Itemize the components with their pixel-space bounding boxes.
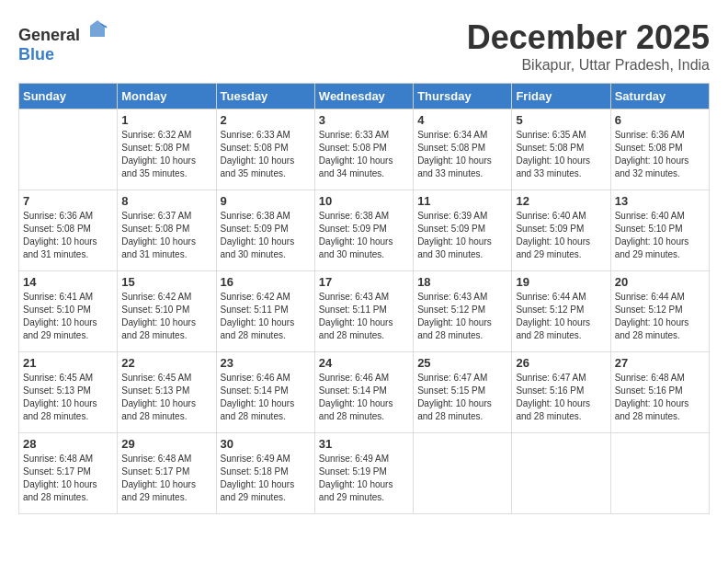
day-info: Sunrise: 6:46 AMSunset: 5:14 PMDaylight:…: [319, 372, 409, 423]
day-number: 21: [23, 356, 113, 370]
calendar-cell: 28Sunrise: 6:48 AMSunset: 5:17 PMDayligh…: [19, 433, 118, 514]
logo-icon: [86, 18, 108, 40]
day-number: 8: [121, 194, 211, 208]
day-number: 16: [221, 275, 311, 289]
calendar-cell: 22Sunrise: 6:45 AMSunset: 5:13 PMDayligh…: [118, 352, 216, 433]
day-info: Sunrise: 6:37 AMSunset: 5:08 PMDaylight:…: [121, 210, 211, 261]
calendar-cell: 5Sunrise: 6:35 AMSunset: 5:08 PMDaylight…: [512, 109, 610, 190]
day-number: 1: [121, 113, 211, 127]
calendar-cell: 26Sunrise: 6:47 AMSunset: 5:16 PMDayligh…: [512, 352, 610, 433]
calendar-cell: 7Sunrise: 6:36 AMSunset: 5:08 PMDaylight…: [19, 190, 118, 271]
calendar-cell: 13Sunrise: 6:40 AMSunset: 5:10 PMDayligh…: [610, 190, 709, 271]
calendar-cell: 10Sunrise: 6:38 AMSunset: 5:09 PMDayligh…: [314, 190, 413, 271]
day-info: Sunrise: 6:48 AMSunset: 5:17 PMDaylight:…: [23, 453, 113, 504]
weekday-header: Friday: [512, 84, 610, 109]
day-number: 13: [615, 194, 705, 208]
day-info: Sunrise: 6:33 AMSunset: 5:08 PMDaylight:…: [319, 129, 409, 180]
calendar-cell: 18Sunrise: 6:43 AMSunset: 5:12 PMDayligh…: [414, 271, 512, 352]
day-number: 18: [417, 275, 507, 289]
day-info: Sunrise: 6:38 AMSunset: 5:09 PMDaylight:…: [319, 210, 409, 261]
day-number: 19: [516, 275, 606, 289]
calendar-cell: [414, 433, 512, 514]
day-number: 30: [221, 437, 311, 451]
calendar-cell: 30Sunrise: 6:49 AMSunset: 5:18 PMDayligh…: [216, 433, 314, 514]
day-info: Sunrise: 6:45 AMSunset: 5:13 PMDaylight:…: [121, 372, 211, 423]
day-info: Sunrise: 6:40 AMSunset: 5:09 PMDaylight:…: [516, 210, 606, 261]
day-info: Sunrise: 6:46 AMSunset: 5:14 PMDaylight:…: [221, 372, 311, 423]
calendar-cell: 6Sunrise: 6:36 AMSunset: 5:08 PMDaylight…: [610, 109, 709, 190]
calendar-cell: [19, 109, 118, 190]
calendar-cell: 9Sunrise: 6:38 AMSunset: 5:09 PMDaylight…: [216, 190, 314, 271]
weekday-header: Wednesday: [314, 84, 413, 109]
day-info: Sunrise: 6:47 AMSunset: 5:16 PMDaylight:…: [516, 372, 606, 423]
weekday-header: Tuesday: [216, 84, 314, 109]
month-title: December 2025: [467, 18, 710, 57]
logo-text: General Blue: [18, 18, 108, 64]
calendar-cell: 21Sunrise: 6:45 AMSunset: 5:13 PMDayligh…: [19, 352, 118, 433]
day-info: Sunrise: 6:36 AMSunset: 5:08 PMDaylight:…: [23, 210, 113, 261]
calendar-cell: 11Sunrise: 6:39 AMSunset: 5:09 PMDayligh…: [414, 190, 512, 271]
calendar-cell: 3Sunrise: 6:33 AMSunset: 5:08 PMDaylight…: [314, 109, 413, 190]
day-info: Sunrise: 6:36 AMSunset: 5:08 PMDaylight:…: [615, 129, 705, 180]
day-info: Sunrise: 6:38 AMSunset: 5:09 PMDaylight:…: [221, 210, 311, 261]
calendar-cell: 31Sunrise: 6:49 AMSunset: 5:19 PMDayligh…: [314, 433, 413, 514]
day-info: Sunrise: 6:35 AMSunset: 5:08 PMDaylight:…: [516, 129, 606, 180]
calendar-week-row: 21Sunrise: 6:45 AMSunset: 5:13 PMDayligh…: [19, 352, 710, 433]
day-number: 9: [221, 194, 311, 208]
day-number: 3: [319, 113, 409, 127]
day-info: Sunrise: 6:32 AMSunset: 5:08 PMDaylight:…: [121, 129, 211, 180]
calendar-cell: 4Sunrise: 6:34 AMSunset: 5:08 PMDaylight…: [414, 109, 512, 190]
calendar-cell: 20Sunrise: 6:44 AMSunset: 5:12 PMDayligh…: [610, 271, 709, 352]
day-info: Sunrise: 6:41 AMSunset: 5:10 PMDaylight:…: [23, 291, 113, 342]
weekday-header: Thursday: [414, 84, 512, 109]
calendar-cell: 29Sunrise: 6:48 AMSunset: 5:17 PMDayligh…: [118, 433, 216, 514]
day-number: 5: [516, 113, 606, 127]
day-info: Sunrise: 6:42 AMSunset: 5:10 PMDaylight:…: [121, 291, 211, 342]
day-number: 4: [417, 113, 507, 127]
day-number: 6: [615, 113, 705, 127]
calendar-cell: 17Sunrise: 6:43 AMSunset: 5:11 PMDayligh…: [314, 271, 413, 352]
calendar-week-row: 7Sunrise: 6:36 AMSunset: 5:08 PMDaylight…: [19, 190, 710, 271]
title-area: December 2025 Bikapur, Uttar Pradesh, In…: [467, 18, 710, 74]
calendar-cell: [512, 433, 610, 514]
day-number: 25: [417, 356, 507, 370]
location-title: Bikapur, Uttar Pradesh, India: [467, 57, 710, 74]
day-number: 10: [319, 194, 409, 208]
day-number: 14: [23, 275, 113, 289]
day-info: Sunrise: 6:44 AMSunset: 5:12 PMDaylight:…: [615, 291, 705, 342]
day-info: Sunrise: 6:39 AMSunset: 5:09 PMDaylight:…: [417, 210, 507, 261]
day-number: 29: [121, 437, 211, 451]
weekday-header: Saturday: [610, 84, 709, 109]
calendar-cell: 14Sunrise: 6:41 AMSunset: 5:10 PMDayligh…: [19, 271, 118, 352]
day-info: Sunrise: 6:42 AMSunset: 5:11 PMDaylight:…: [221, 291, 311, 342]
calendar-cell: 16Sunrise: 6:42 AMSunset: 5:11 PMDayligh…: [216, 271, 314, 352]
calendar-header-row: SundayMondayTuesdayWednesdayThursdayFrid…: [19, 84, 710, 109]
weekday-header: Monday: [118, 84, 216, 109]
day-number: 24: [319, 356, 409, 370]
day-number: 2: [221, 113, 311, 127]
day-info: Sunrise: 6:33 AMSunset: 5:08 PMDaylight:…: [221, 129, 311, 180]
calendar-cell: 25Sunrise: 6:47 AMSunset: 5:15 PMDayligh…: [414, 352, 512, 433]
calendar-cell: 2Sunrise: 6:33 AMSunset: 5:08 PMDaylight…: [216, 109, 314, 190]
logo-blue: Blue: [18, 45, 54, 63]
day-info: Sunrise: 6:43 AMSunset: 5:12 PMDaylight:…: [417, 291, 507, 342]
day-info: Sunrise: 6:34 AMSunset: 5:08 PMDaylight:…: [417, 129, 507, 180]
calendar-cell: 15Sunrise: 6:42 AMSunset: 5:10 PMDayligh…: [118, 271, 216, 352]
calendar-cell: 27Sunrise: 6:48 AMSunset: 5:16 PMDayligh…: [610, 352, 709, 433]
calendar-cell: 12Sunrise: 6:40 AMSunset: 5:09 PMDayligh…: [512, 190, 610, 271]
day-info: Sunrise: 6:47 AMSunset: 5:15 PMDaylight:…: [417, 372, 507, 423]
calendar-week-row: 1Sunrise: 6:32 AMSunset: 5:08 PMDaylight…: [19, 109, 710, 190]
weekday-header: Sunday: [19, 84, 118, 109]
day-number: 22: [121, 356, 211, 370]
day-number: 20: [615, 275, 705, 289]
day-number: 7: [23, 194, 113, 208]
calendar-table: SundayMondayTuesdayWednesdayThursdayFrid…: [18, 83, 710, 514]
calendar-week-row: 28Sunrise: 6:48 AMSunset: 5:17 PMDayligh…: [19, 433, 710, 514]
day-number: 31: [319, 437, 409, 451]
day-info: Sunrise: 6:48 AMSunset: 5:17 PMDaylight:…: [121, 453, 211, 504]
day-number: 15: [121, 275, 211, 289]
day-info: Sunrise: 6:48 AMSunset: 5:16 PMDaylight:…: [615, 372, 705, 423]
day-number: 27: [615, 356, 705, 370]
day-info: Sunrise: 6:40 AMSunset: 5:10 PMDaylight:…: [615, 210, 705, 261]
logo-general: General: [18, 26, 80, 44]
